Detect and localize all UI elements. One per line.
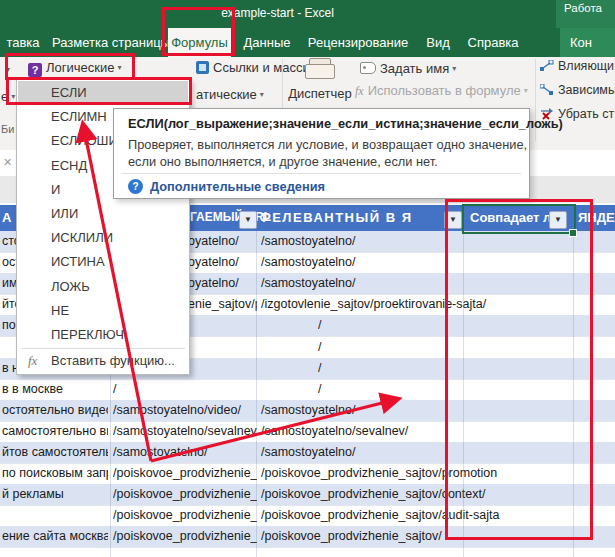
cell[interactable]: /samostoyatelno/ xyxy=(113,445,257,462)
define-name-button[interactable]: Задать имя▾ xyxy=(360,61,456,76)
insert-function-menu-item[interactable]: fx Вставить функцию... xyxy=(18,350,188,371)
annotation-box-if-item xyxy=(6,77,192,105)
cell[interactable]: /poiskovoe_prodvizhenie_ xyxy=(113,466,257,483)
menu-item-ИЛИ[interactable]: ИЛИ xyxy=(18,202,188,226)
tab-Рецензирование[interactable]: Рецензирование xyxy=(302,28,414,57)
fx-icon: fx xyxy=(28,350,37,371)
cell[interactable]: ение сайта москва xyxy=(2,529,108,546)
contextual-group-label: Работа xyxy=(564,2,602,14)
cell[interactable]: /poiskovoe_prodvizhenie_ xyxy=(113,508,257,525)
cell[interactable]: oyatelno/ xyxy=(188,276,257,293)
cell[interactable]: самостоятельно вид xyxy=(2,424,108,441)
tab-Кон[interactable]: Кон xyxy=(560,28,615,57)
more-info-link[interactable]: Дополнительные сведения xyxy=(150,179,325,194)
formula-cancel-icon[interactable]: ✕ xyxy=(3,156,12,169)
tab-Вид[interactable]: Вид xyxy=(420,28,456,57)
name-manager-icon xyxy=(305,58,335,80)
lookup-reference-icon xyxy=(196,61,209,74)
trace-dependents-button[interactable]: Зависимы xyxy=(540,83,615,97)
tooltip-signature: ЕСЛИ(лог_выражение;значение_если_истина;… xyxy=(128,116,563,131)
cell[interactable]: /samostoyatelno/video/ xyxy=(113,403,257,420)
function-library-group-label: Би xyxy=(1,123,14,135)
annotation-box-formulas-tab xyxy=(162,7,235,56)
tooltip-description-line2: если оно выполняется, и другое значение,… xyxy=(128,154,438,169)
tooltip-description-line1: Проверяет, выполняется ли условие, и воз… xyxy=(128,137,527,152)
title-bar: example-start - Excel Работа xyxy=(0,0,615,28)
menu-item-ИСТИНА[interactable]: ИСТИНА xyxy=(18,250,188,274)
contextual-tab-group-header: Работа xyxy=(556,0,615,28)
use-in-formula-button[interactable]: fxИспользовать в формуле▾ xyxy=(355,83,528,99)
header-keyword-column[interactable]: А xyxy=(2,210,11,225)
trace-dependents-icon xyxy=(540,84,554,96)
tooltip-divider xyxy=(122,173,521,174)
cell[interactable]: oyatelno/ xyxy=(188,234,257,251)
tab-Справка[interactable]: Справка xyxy=(462,28,524,57)
header-relevant-url[interactable]: РЕЛЕВАНТНЫЙ В Я xyxy=(262,210,413,225)
menu-item-НЕ[interactable]: НЕ xyxy=(18,299,188,323)
gridline xyxy=(256,231,257,557)
trace-precedents-button[interactable]: Влияющи xyxy=(540,59,614,73)
help-icon: ? xyxy=(128,179,143,194)
excel-window: example-start - Excel Работа тавкаРазмет… xyxy=(0,0,615,557)
chevron-down-icon: ▾ xyxy=(260,90,264,99)
cell[interactable]: в в москве xyxy=(2,382,108,399)
filter-button-suggested-url[interactable]: ▼ xyxy=(239,211,257,229)
cell[interactable]: остоятельно видео xyxy=(2,403,108,420)
menu-item-ИСКЛИЛИ[interactable]: ИСКЛИЛИ xyxy=(18,226,188,250)
window-title: example-start - Excel xyxy=(0,6,555,20)
name-tag-icon xyxy=(360,62,376,74)
menu-item-ПЕРЕКЛЮЧ[interactable]: ПЕРЕКЛЮЧ xyxy=(18,323,188,347)
tab-Данные[interactable]: Данные xyxy=(238,28,296,57)
chevron-down-icon: ▾ xyxy=(524,86,528,95)
header-suggested-url[interactable]: ГАЕМЫЙ URL xyxy=(190,210,271,224)
cell[interactable]: /poiskovoe_prodvizhenie_ xyxy=(113,529,257,546)
cell[interactable]: / xyxy=(113,382,257,399)
cell[interactable]: enie_sajtov/proek xyxy=(188,297,257,314)
annotation-box-logical-button xyxy=(5,53,135,80)
cell[interactable]: йтов самостоятельн xyxy=(2,445,108,462)
menu-item-ЛОЖЬ[interactable]: ЛОЖЬ xyxy=(18,275,188,299)
math-trig-button[interactable]: атические▾ xyxy=(196,87,264,102)
cell[interactable]: oyatelno/ xyxy=(188,255,257,272)
trace-precedents-icon xyxy=(540,60,554,72)
cell[interactable]: /poiskovoe_prodvizhenie_ xyxy=(113,487,257,504)
cell[interactable]: /samostoyatelno/sevalnev xyxy=(113,424,257,441)
annotation-box-matches-column xyxy=(445,199,593,540)
fx-icon: fx xyxy=(355,84,364,98)
chevron-down-icon: ▾ xyxy=(452,64,456,73)
cell[interactable]: й рекламы xyxy=(2,487,108,504)
cell[interactable]: по поисковым запр xyxy=(2,466,108,483)
menu-separator xyxy=(21,348,185,349)
if-function-tooltip: ЕСЛИ(лог_выражение;значение_если_истина;… xyxy=(113,108,530,199)
